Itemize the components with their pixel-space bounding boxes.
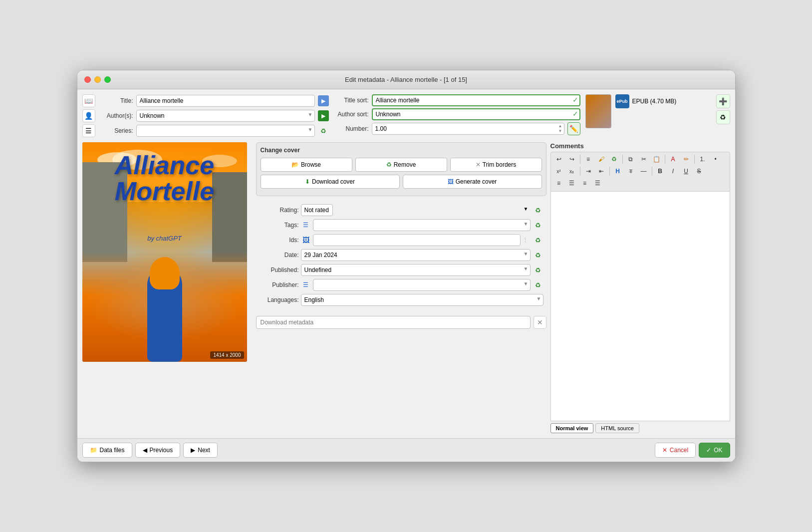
browse-btn[interactable]: 📂 Browse [261, 158, 352, 172]
tags-list-icon[interactable]: ☰ [301, 220, 311, 230]
download-cover-btn[interactable]: ⬇ Download cover [261, 175, 400, 189]
paste-btn[interactable]: 📋 [651, 154, 663, 165]
comments-title: Comments [550, 142, 730, 150]
change-cover-title: Change cover [261, 147, 542, 154]
ids-list-icon[interactable]: 🖼 [301, 235, 311, 245]
align-left2-btn[interactable]: ≡ [553, 178, 565, 189]
tags-input[interactable] [313, 219, 531, 231]
series-recycle-btn[interactable]: ♻ [318, 125, 329, 136]
superscript-btn[interactable]: x² [553, 166, 565, 177]
series-input[interactable] [136, 125, 315, 137]
publisher-recycle-btn[interactable]: ♻ [533, 279, 543, 290]
close-button[interactable] [84, 76, 91, 83]
title-icon-btn[interactable]: 📖 [82, 94, 95, 107]
languages-input[interactable] [301, 294, 543, 306]
previous-btn[interactable]: ◀ Previous [135, 443, 181, 458]
authors-input[interactable] [136, 110, 315, 122]
author-sort-row: Author sort: ✓ [334, 108, 580, 120]
title-sort-input[interactable] [372, 94, 580, 106]
tags-recycle-btn[interactable]: ♻ [533, 220, 543, 231]
data-files-btn[interactable]: 📁 Data files [82, 443, 132, 458]
author-sort-input[interactable] [372, 108, 580, 120]
publisher-row: Publisher: ☰ ▼ ♻ [259, 279, 543, 291]
rating-select[interactable]: Not rated [301, 204, 333, 216]
ok-btn[interactable]: ✓ OK [699, 443, 730, 458]
spell-check-btn[interactable]: ♻ [608, 154, 620, 165]
cover-size-badge: 1414 x 2000 [210, 351, 244, 359]
number-input[interactable] [372, 123, 564, 135]
date-label: Date: [259, 252, 299, 259]
publisher-list-icon[interactable]: ☰ [301, 280, 311, 290]
heading-btn[interactable]: H [612, 166, 624, 177]
cancel-btn[interactable]: ✕ Cancel [655, 443, 696, 458]
window-title: Edit metadata - Alliance mortelle - [1 o… [345, 76, 467, 83]
cover-subtitle: by chatGPT [85, 235, 245, 242]
published-input[interactable] [301, 264, 531, 276]
undo-btn[interactable]: ↩ [553, 154, 565, 165]
cover-thumbnail [585, 94, 611, 128]
underline-btn[interactable]: U [680, 166, 692, 177]
hr-btn[interactable]: T̶ [625, 166, 637, 177]
download-metadata-input[interactable] [256, 316, 531, 329]
em-dash-btn[interactable]: — [638, 166, 650, 177]
traffic-lights [84, 76, 111, 83]
font-color-btn[interactable]: A [667, 154, 679, 165]
authors-arrow-btn[interactable]: ▶ [318, 110, 329, 121]
italic-btn[interactable]: I [667, 166, 679, 177]
ids-recycle-btn[interactable]: ♻ [533, 235, 543, 246]
title-input[interactable] [136, 95, 315, 107]
align-left-btn[interactable]: ≡ [582, 154, 594, 165]
zoom-button[interactable] [104, 76, 111, 83]
add-epub-btn[interactable]: ➕ [716, 94, 730, 108]
remove-btn[interactable]: ♻ Remove [355, 158, 447, 172]
publisher-input[interactable] [313, 279, 531, 291]
number-row: Number: ▲▼ ✏️ [334, 122, 580, 135]
toolbar-sep-7 [652, 167, 652, 176]
cover-area: AllianceMortelle by chatGPT 1414 x 2000 [82, 142, 252, 433]
main-content: 📖 Title: ▶ 👤 Author(s): ▼ ▶ [77, 89, 735, 438]
cover-image: AllianceMortelle by chatGPT 1414 x 2000 [82, 142, 247, 362]
trim-btn[interactable]: ✕ Trim borders [450, 158, 542, 172]
highlight-btn[interactable]: ✏ [680, 154, 692, 165]
date-input[interactable] [301, 249, 531, 261]
minimize-button[interactable] [94, 76, 101, 83]
cover-buttons-row2: ⬇ Download cover 🖼 Generate cover [261, 175, 542, 189]
block-outdent-btn[interactable]: ⇤ [595, 166, 607, 177]
author-sort-label: Author sort: [334, 111, 369, 118]
bold-btn[interactable]: B [654, 166, 666, 177]
edit-metadata-icon[interactable]: ✏️ [567, 122, 580, 135]
paint-btn[interactable]: 🖌 [595, 154, 607, 165]
next-btn[interactable]: ▶ Next [183, 443, 218, 458]
recycle-epub-btn[interactable]: ♻ [716, 110, 730, 124]
comments-editor[interactable] [550, 192, 730, 421]
published-recycle-btn[interactable]: ♻ [533, 265, 543, 275]
ol-btn[interactable]: 1. [697, 154, 709, 165]
download-x-btn[interactable]: ✕ [534, 316, 546, 329]
strikethrough-btn[interactable]: S [693, 166, 705, 177]
block-indent-btn[interactable]: ⇥ [582, 166, 594, 177]
align-justify2-btn[interactable]: ☰ [592, 178, 604, 189]
fields-section: Rating: Not rated ▼ ♻ Tags: ☰ [256, 201, 546, 312]
subscript-btn[interactable]: x₂ [566, 166, 578, 177]
languages-row: Languages: ▼ [259, 294, 543, 306]
normal-view-btn[interactable]: Normal view [550, 423, 594, 433]
ul-btn[interactable]: • [710, 154, 722, 165]
languages-label: Languages: [259, 296, 299, 303]
generate-cover-btn[interactable]: 🖼 Generate cover [403, 175, 542, 189]
main-figure [142, 257, 187, 362]
title-arrow-btn[interactable]: ▶ [318, 95, 329, 106]
next-icon: ▶ [191, 447, 195, 454]
cancel-icon: ✕ [662, 447, 667, 454]
html-source-btn[interactable]: HTML source [595, 423, 639, 433]
series-icon-btn[interactable]: ☰ [82, 124, 95, 137]
align-center2-btn[interactable]: ☰ [566, 178, 578, 189]
cut-btn[interactable]: ✂ [638, 154, 650, 165]
rating-recycle-btn[interactable]: ♻ [533, 205, 543, 216]
date-recycle-btn[interactable]: ♻ [533, 250, 543, 261]
align-right2-btn[interactable]: ≡ [579, 178, 591, 189]
authors-icon-btn[interactable]: 👤 [82, 109, 95, 122]
ids-input[interactable] [313, 234, 521, 246]
copy-btn[interactable]: ⧉ [625, 154, 637, 165]
data-files-icon: 📁 [90, 447, 97, 454]
redo-btn[interactable]: ↪ [566, 154, 578, 165]
